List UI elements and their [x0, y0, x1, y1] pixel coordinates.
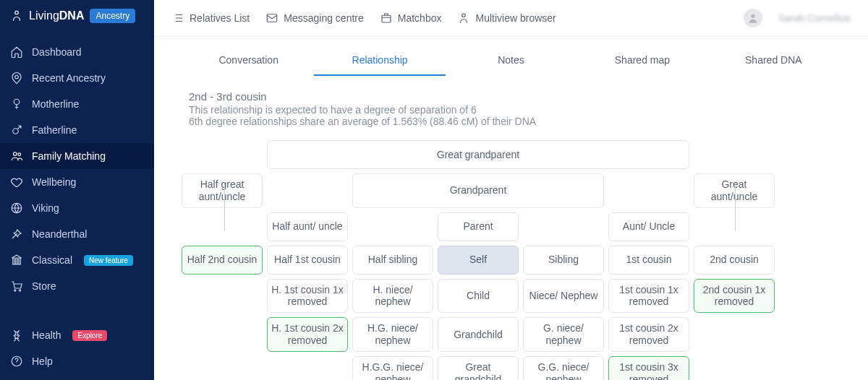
chart-node[interactable]: Grandparent	[352, 173, 604, 208]
side-nav: DashboardRecent AncestryMotherlineFather…	[0, 39, 154, 322]
avatar[interactable]	[744, 9, 762, 27]
chart-node[interactable]: 1st cousin	[608, 246, 689, 275]
tab-conversation[interactable]: Conversation	[183, 48, 314, 76]
sidebar-item-recent-ancestry[interactable]: Recent Ancestry	[0, 65, 154, 91]
sidebar-item-label: Viking	[32, 202, 59, 214]
chart-node[interactable]: G.G. niece/ nephew	[523, 356, 604, 380]
sidebar-pill: Explore	[72, 330, 107, 341]
topbar: Relatives ListMessaging centreMatchboxMu…	[154, 0, 868, 37]
chart-node[interactable]: H. niece/ nephew	[352, 279, 433, 314]
chart-empty	[352, 212, 433, 241]
svg-point-3	[13, 129, 19, 134]
svg-point-13	[751, 14, 754, 18]
sidebar-item-label: Health	[32, 329, 61, 341]
connector-line	[224, 183, 225, 231]
globe-icon	[10, 202, 23, 215]
svg-point-0	[15, 11, 19, 14]
main: Relatives ListMessaging centreMatchboxMu…	[154, 0, 868, 380]
cart-icon	[10, 280, 23, 293]
sidebar-item-viking[interactable]: Viking	[0, 195, 154, 221]
sidebar-item-label: Neanderthal	[32, 228, 87, 240]
chart-empty	[182, 212, 263, 241]
tab-notes[interactable]: Notes	[446, 48, 576, 76]
sidebar-item-classical[interactable]: ClassicalNew feature	[0, 247, 154, 273]
chart-node[interactable]: 2nd cousin	[694, 246, 775, 275]
chart-node[interactable]: 1st cousin 1x removed	[608, 279, 689, 314]
chart-empty	[694, 140, 775, 169]
chart-node[interactable]: H.G. niece/ nephew	[352, 317, 433, 352]
chart-empty	[694, 212, 775, 241]
chart-node[interactable]: G. niece/ nephew	[523, 317, 604, 352]
top-link-relatives-list[interactable]: Relatives List	[171, 12, 250, 25]
sidebar-item-label: Help	[32, 355, 53, 367]
chart-node[interactable]: Half sibling	[352, 246, 433, 275]
chart-node[interactable]: Great grandchild	[438, 356, 519, 380]
sidebar-item-neanderthal[interactable]: Neanderthal	[0, 221, 154, 247]
sidebar-item-help[interactable]: Help	[0, 348, 154, 374]
column-icon	[10, 254, 23, 267]
chart-empty	[182, 279, 263, 314]
chart-node[interactable]: Sibling	[523, 246, 604, 275]
chart-node[interactable]: Half great aunt/uncle	[182, 173, 263, 208]
sidebar-item-label: Store	[32, 280, 56, 292]
chart-node[interactable]: Parent	[438, 212, 519, 241]
chart-node[interactable]: Aunt/ Uncle	[608, 212, 689, 241]
svg-point-7	[14, 290, 16, 291]
username: Sarah Cornelius	[778, 12, 851, 24]
chart-empty	[608, 173, 689, 208]
chart-node[interactable]: 1st cousin 2x removed	[608, 317, 689, 352]
box-icon	[380, 12, 393, 25]
chart-node[interactable]: Niece/ Nephew	[523, 279, 604, 314]
svg-point-8	[19, 290, 20, 291]
ancestry-badge: Ancestry	[90, 9, 135, 23]
chart-node[interactable]: 1st cousin 3x removed	[608, 356, 689, 380]
tab-shared-dna[interactable]: Shared DNA	[708, 48, 839, 76]
pin-icon	[10, 72, 23, 85]
logo-text: LivingDNA	[29, 9, 84, 22]
sidebar-item-wellbeing[interactable]: Wellbeing	[0, 169, 154, 195]
person-icon	[457, 12, 470, 25]
chart-node[interactable]: H. 1st cousin 1x removed	[267, 279, 348, 314]
svg-rect-10	[268, 14, 278, 22]
chart-node[interactable]: 2nd cousin 1x removed	[694, 279, 775, 314]
sidebar: LivingDNA Ancestry DashboardRecent Ances…	[0, 0, 154, 380]
tab-shared-map[interactable]: Shared map	[576, 48, 707, 76]
tab-relationship[interactable]: Relationship	[314, 48, 445, 76]
sidebar-item-health[interactable]: HealthExplore	[0, 322, 154, 348]
chart-node[interactable]: Great grandparent	[267, 140, 689, 169]
sidebar-item-motherline[interactable]: Motherline	[0, 91, 154, 117]
chart-empty	[182, 140, 263, 169]
sidebar-item-store[interactable]: Store	[0, 273, 154, 299]
top-link-matchbox[interactable]: Matchbox	[380, 12, 442, 25]
svg-point-1	[15, 75, 19, 79]
chart-node[interactable]: Half aunt/ uncle	[267, 212, 348, 241]
chart-node[interactable]: Grandchild	[438, 317, 519, 352]
svg-rect-11	[382, 15, 391, 22]
sidebar-item-label: Classical	[32, 254, 72, 266]
chart-empty	[267, 173, 348, 208]
help-icon	[10, 355, 23, 368]
chart-node[interactable]: Great aunt/uncle	[694, 173, 775, 208]
top-link-multiview-browser[interactable]: Multiview browser	[457, 12, 556, 25]
relationship-title: 2nd - 3rd cousin	[189, 90, 833, 103]
female-icon	[10, 98, 23, 111]
logo[interactable]: LivingDNA Ancestry	[0, 0, 154, 32]
chart-empty	[267, 356, 348, 380]
chart-node[interactable]: H. 1st cousin 2x removed	[267, 317, 348, 352]
chart-node[interactable]: Child	[438, 279, 519, 314]
heart-icon	[10, 176, 23, 189]
sidebar-item-fatherline[interactable]: Fatherline	[0, 117, 154, 143]
sidebar-item-family-matching[interactable]: Family Matching	[0, 143, 154, 169]
top-link-messaging-centre[interactable]: Messaging centre	[265, 12, 364, 25]
chart-node[interactable]: Half 2nd cousin	[182, 246, 263, 275]
chart-grid: Great grandparentHalf great aunt/uncleGr…	[182, 140, 775, 380]
sidebar-item-label: Wellbeing	[32, 176, 76, 188]
chart-node[interactable]: Self	[438, 246, 519, 275]
chart-empty	[523, 212, 604, 241]
svg-point-4	[14, 152, 17, 156]
content: 2nd - 3rd cousin This relationship is ex…	[154, 76, 868, 380]
sidebar-item-dashboard[interactable]: Dashboard	[0, 39, 154, 65]
chart-node[interactable]: Half 1st cousin	[267, 246, 348, 275]
sidebar-item-label: Fatherline	[32, 124, 77, 136]
chart-node[interactable]: H.G.G. niece/ nephew	[352, 356, 433, 380]
